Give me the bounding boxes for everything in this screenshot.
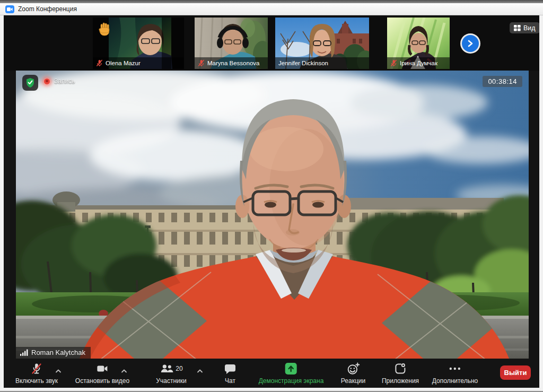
chat-bubble-icon [224,363,237,374]
participant-name-bar: Maryna Bessonova [195,57,268,69]
view-label: Вид [523,24,536,32]
participants-button[interactable]: 20 Участники [156,362,186,385]
participant-name-bar: Olena Mazur [93,57,184,69]
next-participants-button[interactable] [462,35,479,52]
share-screen-label: Демонстрация экрана [259,377,324,385]
unmute-button[interactable]: Включить звук [15,362,58,385]
participant-name-bar: Jennifer Dickinson [275,57,369,69]
raised-hand-icon [98,22,111,38]
window-title: Zoom Конференция [18,5,77,13]
audio-level-icon [20,349,28,356]
more-label: Дополнительно [432,377,478,385]
chevron-right-icon [467,40,474,47]
security-shield-button[interactable] [22,75,38,91]
meeting-window-body: Olena Mazur [4,15,539,388]
chat-label: Чат [225,377,235,385]
participants-icon [160,363,173,374]
active-speaker-video: Запись 00:38:14 Roman Kalytchak [16,71,529,359]
participant-tile-maryna-bessonova[interactable]: Maryna Bessonova [195,18,268,69]
participant-name: Maryna Bessonova [207,60,259,66]
recording-label: Запись [54,77,75,85]
reactions-button[interactable]: Реакции [341,362,365,385]
more-button[interactable]: Дополнительно [432,362,478,385]
recording-indicator: Запись [43,77,75,85]
window-frame-right [539,15,543,388]
muted-mic-icon [198,59,205,67]
muted-mic-icon [390,59,397,67]
reactions-smiley-icon [346,362,360,375]
apps-icon [394,362,407,375]
apps-label: Приложения [382,377,419,385]
share-screen-icon [285,363,297,374]
participants-count: 20 [176,365,182,372]
grid-view-icon [514,25,521,31]
reactions-label: Реакции [341,377,365,385]
video-camera-icon [96,362,109,375]
participants-options-chevron[interactable] [197,366,204,376]
main-speaker-scene [16,71,529,359]
video-options-chevron[interactable] [121,366,128,376]
meeting-timer: 00:38:14 [483,76,522,87]
participant-name: Jennifer Dickinson [278,60,328,66]
participant-tile-olena-mazur[interactable]: Olena Mazur [93,18,184,69]
mic-muted-icon [30,362,43,375]
chat-button[interactable]: Чат [224,362,237,385]
participants-label: Участники [156,377,186,385]
participant-name: Ірина Думчак [400,60,437,66]
more-dots-icon [448,363,462,374]
participant-name: Olena Mazur [106,60,141,66]
window-titlebar: Zoom Конференция [0,3,543,15]
stop-video-label: Остановить видео [75,377,129,385]
participant-tile-iryna-dumchak[interactable]: Ірина Думчак [387,18,450,69]
speaker-name: Roman Kalytchak [31,349,85,356]
apps-button[interactable]: Приложения [382,362,419,385]
zoom-app-icon [5,5,14,13]
security-shield-icon [25,77,35,88]
view-layout-button[interactable]: Вид [510,22,539,33]
share-screen-button[interactable]: Демонстрация экрана [259,362,324,385]
audio-options-chevron[interactable] [55,366,62,376]
meeting-toolbar: Включить звук Остановить видео [4,359,539,388]
recording-dot-icon [43,78,50,85]
participant-tile-jennifer-dickinson[interactable]: Jennifer Dickinson [275,18,369,69]
participant-name-bar: Ірина Думчак [387,57,450,69]
leave-meeting-button[interactable]: Выйти [500,365,531,380]
window-frame-bottom [0,388,543,392]
window-frame-left [0,15,4,388]
speaker-name-label: Roman Kalytchak [16,347,91,359]
muted-mic-icon [96,59,103,67]
unmute-label: Включить звук [15,377,58,385]
participants-filmstrip: Olena Mazur [4,15,539,71]
